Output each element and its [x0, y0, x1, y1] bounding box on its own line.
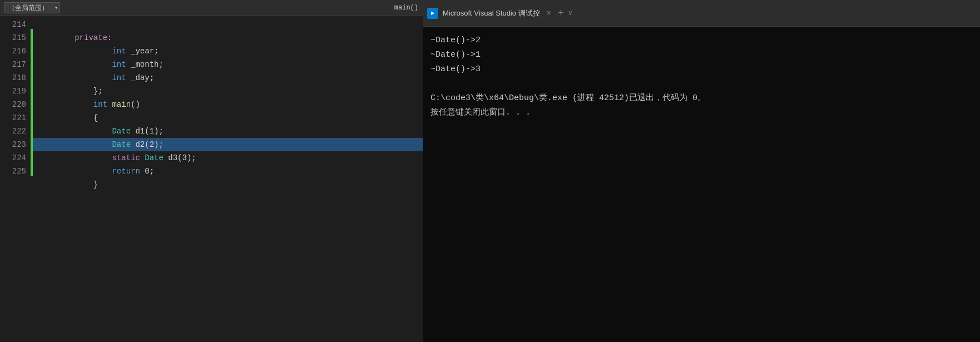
code-editor-panel: （全局范围） main() 214 215 216 217 218 219 22… [0, 0, 423, 342]
kw-private: private [75, 33, 107, 42]
top-bar-left: （全局范围） [4, 2, 60, 13]
code-top-bar: （全局范围） main() [0, 0, 423, 16]
console-tab-bar: ► Microsoft Visual Studio 调试控 × + ∨ [423, 0, 980, 27]
console-panel: ► Microsoft Visual Studio 调试控 × + ∨ ~Dat… [423, 0, 980, 342]
kw-date-d3: Date [145, 153, 164, 162]
vs-icon: ► [427, 8, 438, 19]
line-num-216: 216 [0, 44, 26, 58]
kw-int-year: int [112, 47, 126, 56]
line-num-220: 220 [0, 98, 26, 111]
line-num-217: 217 [0, 58, 26, 71]
code-line-214: private: [33, 18, 423, 31]
console-line-5: 按任意键关闭此窗口. . . [430, 106, 972, 120]
console-line-3: ~Date()->3 [430, 62, 972, 77]
kw-main: main [112, 100, 131, 109]
code-lines[interactable]: private: int _year; int _month; int _day… [33, 16, 423, 342]
kw-int-main [75, 100, 93, 109]
console-line-2: ~Date()->1 [430, 48, 972, 62]
line-num-221: 221 [0, 111, 26, 125]
line-num-214: 214 [0, 18, 26, 31]
line-num-223: 223 [0, 138, 26, 151]
code-area: 214 215 216 217 218 219 220 221 222 223 … [0, 16, 423, 342]
kw-return: return [112, 167, 140, 176]
line-numbers: 214 215 216 217 218 219 220 221 222 223 … [0, 16, 31, 342]
console-tab-add-button[interactable]: + [558, 8, 564, 19]
console-output: ~Date()->2 ~Date()->1 ~Date()->3 C:\code… [423, 27, 980, 342]
line-num-219: 219 [0, 85, 26, 98]
scope-dropdown[interactable]: （全局范围） [4, 2, 60, 13]
kw-int-month: int [112, 60, 126, 69]
line-num-215: 215 [0, 31, 26, 44]
kw-date-d1: Date [112, 127, 131, 136]
scope-dropdown-wrapper[interactable]: （全局范围） [4, 2, 60, 13]
console-line-1: ~Date()->2 [430, 33, 972, 48]
line-num-224: 224 [0, 151, 26, 165]
line-num-222: 222 [0, 125, 26, 138]
kw-static: static [112, 153, 140, 162]
console-line-4: C:\code3\类\x64\Debug\类.exe (进程 42512)已退出… [430, 91, 972, 106]
line-num-218: 218 [0, 71, 26, 85]
line-num-225: 225 [0, 165, 26, 178]
console-tab-title: Microsoft Visual Studio 调试控 [443, 8, 540, 18]
console-tab-close-button[interactable]: × [547, 9, 551, 17]
top-bar-right: main() [394, 4, 418, 12]
console-tab-chevron-icon[interactable]: ∨ [568, 9, 572, 17]
kw-int-day: int [112, 73, 126, 82]
kw-date-d2: Date [112, 140, 131, 149]
console-blank-1 [430, 77, 972, 91]
func-label: main() [394, 4, 418, 12]
